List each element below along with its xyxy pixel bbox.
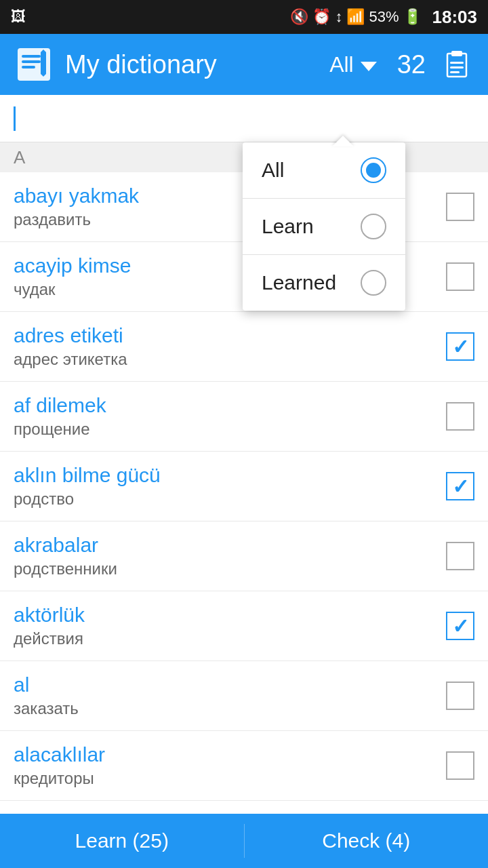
dropdown-item-all[interactable]: All — [243, 142, 405, 199]
mute-icon: 🔇 — [290, 8, 308, 26]
battery-icon: 🔋 — [403, 8, 422, 26]
dropdown-item-label: All — [262, 159, 284, 182]
word-text: af dilemek прощение — [14, 394, 446, 439]
word-checkbox[interactable] — [446, 751, 474, 780]
svg-rect-5 — [451, 51, 462, 56]
list-item: akrabalar родственники — [0, 521, 488, 591]
word-text: aklın bilme gücü родство — [14, 464, 446, 509]
radio-button[interactable] — [361, 214, 386, 239]
list-item: aktörlük действия ✓ — [0, 591, 488, 661]
word-checkbox[interactable]: ✓ — [446, 332, 474, 361]
bottom-bar: Learn (25) Check (4) — [0, 814, 488, 868]
svg-rect-3 — [22, 66, 35, 68]
filter-caret-icon — [361, 62, 377, 71]
svg-rect-7 — [450, 66, 464, 68]
dropdown-pointer — [332, 136, 354, 146]
word-main: al — [14, 673, 446, 696]
list-item: adres etiketi адрес этикетка ✓ — [0, 312, 488, 382]
alarm-icon: ⏰ — [312, 8, 331, 26]
word-checkbox[interactable] — [446, 262, 474, 291]
word-translation: родственники — [14, 559, 446, 578]
word-main: akrabalar — [14, 534, 446, 557]
word-count: 32 — [397, 50, 426, 79]
dropdown-item-learned[interactable]: Learned — [243, 255, 405, 311]
word-checkbox[interactable] — [446, 542, 474, 570]
clipboard-button[interactable] — [439, 47, 474, 82]
word-checkbox[interactable]: ✓ — [446, 612, 474, 640]
word-checkbox[interactable] — [446, 402, 474, 431]
word-translation: кредиторы — [14, 769, 446, 788]
app-header: My dictionary All 32 — [0, 34, 488, 95]
svg-rect-2 — [22, 60, 41, 63]
word-main: adres etiketi — [14, 324, 446, 347]
list-item: alacaklılar кредиторы — [0, 731, 488, 801]
search-bar — [0, 95, 488, 142]
word-main: aktörlük — [14, 604, 446, 627]
word-text: alacaklılar кредиторы — [14, 743, 446, 788]
word-checkbox[interactable] — [446, 682, 474, 710]
status-left-icons: 🖼 — [11, 0, 26, 34]
status-time: 18:03 — [432, 7, 478, 28]
check-button[interactable]: Check (4) — [245, 814, 489, 868]
word-text: aktörlük действия — [14, 604, 446, 648]
word-checkbox[interactable] — [446, 193, 474, 221]
signal-icon: 📶 — [346, 8, 365, 26]
word-translation: заказать — [14, 699, 446, 718]
search-input[interactable] — [14, 107, 474, 130]
word-main: alacaklılar — [14, 743, 446, 766]
word-checkbox[interactable]: ✓ — [446, 472, 474, 500]
word-translation: прощение — [14, 420, 446, 439]
svg-rect-6 — [450, 62, 464, 64]
header-title: My dictionary — [65, 50, 329, 79]
battery-text: 53% — [369, 8, 399, 26]
app-icon — [14, 44, 54, 85]
svg-rect-1 — [22, 55, 41, 58]
word-main: aklın bilme gücü — [14, 464, 446, 487]
dropdown-item-label: Learned — [262, 271, 336, 294]
status-bar: 🖼 🔇 ⏰ ↕ 📶 53% 🔋 18:03 — [0, 0, 488, 34]
word-text: al заказать — [14, 673, 446, 718]
section-letter: A — [14, 147, 25, 168]
word-text: adres etiketi адрес этикетка — [14, 324, 446, 369]
filter-label: All — [329, 52, 354, 77]
status-icons: 🔇 ⏰ ↕ 📶 53% 🔋 — [290, 8, 421, 26]
radio-button[interactable] — [361, 270, 386, 296]
filter-dropdown: All Learn Learned — [243, 142, 405, 311]
filter-dropdown-button[interactable]: All — [329, 52, 377, 77]
list-item: aklın bilme gücü родство ✓ — [0, 452, 488, 521]
word-text: akrabalar родственники — [14, 534, 446, 578]
list-item: af dilemek прощение — [0, 382, 488, 452]
dropdown-item-learn[interactable]: Learn — [243, 199, 405, 255]
radio-button[interactable] — [361, 157, 386, 183]
sync-icon: ↕ — [335, 8, 342, 26]
learn-button[interactable]: Learn (25) — [0, 814, 244, 868]
word-translation: родство — [14, 490, 446, 509]
dropdown-item-label: Learn — [262, 215, 314, 238]
list-item: al заказать — [0, 661, 488, 731]
word-translation: действия — [14, 629, 446, 648]
word-translation: адрес этикетка — [14, 350, 446, 369]
svg-rect-8 — [450, 71, 460, 73]
word-main: af dilemek — [14, 394, 446, 417]
